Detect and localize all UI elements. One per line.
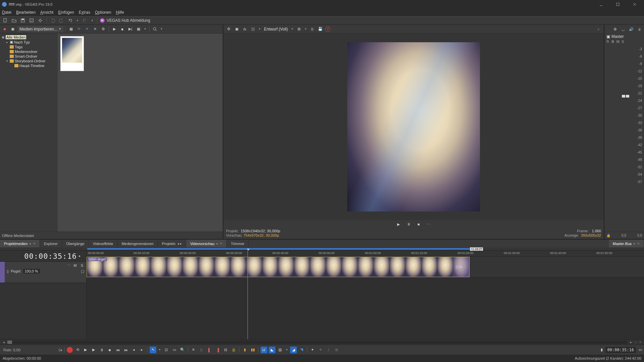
- hub-label[interactable]: VEGAS Hub Abmeldung: [107, 18, 150, 23]
- tree-all-media[interactable]: ▣Alle Medien: [1, 35, 57, 40]
- dropdown-icon[interactable]: ▼: [75, 19, 79, 22]
- quantize-icon[interactable]: ◣: [269, 347, 275, 353]
- tree-smart-folder[interactable]: Smart-Ordner: [1, 54, 57, 59]
- media-views-icon[interactable]: ▦: [135, 26, 142, 33]
- tab-master-bus[interactable]: Master-Bus ▫ ✕: [609, 240, 644, 247]
- tree-by-type[interactable]: ▸▣Nach Typ: [1, 40, 57, 45]
- tree-main-timeline[interactable]: Haupt-Timeline: [1, 63, 57, 68]
- auto-ripple-icon[interactable]: ▥: [277, 347, 283, 353]
- preview-grid-icon[interactable]: ⊞: [296, 26, 302, 33]
- upload-icon[interactable]: ⤴: [325, 347, 332, 353]
- tab-project-notes[interactable]: Projektn ◂ ▸: [158, 240, 186, 247]
- preview-menu-icon[interactable]: ≡: [595, 26, 602, 33]
- scroll-right-icon[interactable]: ▸: [629, 340, 633, 345]
- pause-icon[interactable]: ⏸: [98, 347, 105, 353]
- minimize-button[interactable]: [595, 1, 607, 8]
- play-icon[interactable]: ▶: [90, 347, 97, 353]
- menu-insert[interactable]: Einfügen: [58, 10, 74, 15]
- capture-icon[interactable]: ▣: [9, 26, 16, 33]
- record-button[interactable]: [67, 347, 73, 353]
- region-icon[interactable]: ▮▮: [250, 347, 256, 353]
- master-fx-icon[interactable]: fx: [606, 40, 609, 44]
- normal-edit-tool-icon[interactable]: ↖: [150, 347, 156, 353]
- preview-save-icon[interactable]: 💾: [317, 26, 324, 33]
- video-clip[interactable]: fallen angel ◫fx⋯: [87, 257, 470, 277]
- undo-icon[interactable]: [49, 17, 56, 24]
- playhead-flag-icon[interactable]: [247, 249, 250, 251]
- media-play-icon[interactable]: ▶: [111, 26, 118, 33]
- marker-icon[interactable]: ▮: [241, 347, 248, 353]
- color-grading-icon[interactable]: ✦: [309, 347, 316, 353]
- media-thumbnail[interactable]: [60, 36, 84, 71]
- master-mute-button[interactable]: M: [616, 40, 620, 44]
- preview-copy-icon[interactable]: ⎘: [309, 26, 316, 33]
- menu-edit[interactable]: Bearbeiten: [16, 10, 36, 15]
- prev-frame-icon[interactable]: ◂: [130, 347, 137, 353]
- play-start-icon[interactable]: ▶: [82, 347, 89, 353]
- selection-tool-icon[interactable]: ⊡: [163, 347, 170, 353]
- tree-storyboard[interactable]: ▾Storyboard-Ordner: [1, 59, 57, 63]
- redo-history-icon[interactable]: [82, 17, 88, 24]
- video-track-lane[interactable]: fallen angel ◫fx⋯: [87, 257, 644, 278]
- timeline-ruler[interactable]: 00:00:00:00 00:00:10:00 00:00:20:00 00:0…: [87, 251, 644, 257]
- menu-help[interactable]: Hilfe: [116, 10, 124, 15]
- zoom-in-icon[interactable]: +: [638, 340, 643, 345]
- master-dim-icon[interactable]: ◡: [620, 26, 627, 33]
- media-view-icon[interactable]: ▦: [68, 26, 74, 33]
- track-solo-button[interactable]: S: [80, 263, 84, 267]
- auto-crossfade-icon[interactable]: ◢: [290, 347, 297, 353]
- tab-project-media[interactable]: Projektmedien ▫ ✕: [0, 240, 40, 247]
- tab-trimmer[interactable]: Trimmer: [227, 240, 249, 247]
- snap-icon[interactable]: ⊔: [261, 347, 267, 353]
- menu-file[interactable]: Datei: [2, 10, 11, 15]
- tab-transitions[interactable]: Übergänge: [62, 240, 89, 247]
- tab-video-preview[interactable]: Videovorschau ▫ ✕: [186, 240, 227, 247]
- track-min-icon[interactable]: ▯: [7, 269, 9, 274]
- video-track-header[interactable]: ⋯ M S ▯ Pegel: ▢: [0, 261, 86, 283]
- media-stop-icon[interactable]: ■: [119, 26, 126, 33]
- stop-icon[interactable]: ■: [106, 347, 113, 353]
- preview-split-icon[interactable]: ◫: [250, 26, 256, 33]
- media-refresh-icon[interactable]: ⟳: [76, 26, 83, 33]
- hub-icon[interactable]: H: [100, 18, 105, 23]
- master-solo-button[interactable]: S: [622, 40, 624, 44]
- display-mode-icon[interactable]: ▭: [639, 348, 642, 352]
- copy-icon[interactable]: ⎘: [198, 347, 205, 353]
- media-properties-icon[interactable]: ⚙: [100, 26, 107, 33]
- track-more-icon[interactable]: ⋯: [67, 263, 70, 267]
- more-tools-icon[interactable]: ⊞: [333, 347, 340, 353]
- master-settings-icon[interactable]: ⚙: [612, 26, 619, 33]
- preview-external-icon[interactable]: ▣: [233, 26, 240, 33]
- tab-explorer[interactable]: Explorer: [40, 240, 62, 247]
- master-mixer-icon[interactable]: ⫼: [636, 26, 643, 33]
- preview-play-icon[interactable]: ▶: [395, 221, 402, 228]
- transport-timecode[interactable]: 00:00:35:16: [605, 347, 636, 353]
- preview-v-icon[interactable]: V: [325, 26, 330, 32]
- trim-end-icon[interactable]: ▐: [214, 347, 221, 353]
- redo-icon[interactable]: [58, 17, 65, 24]
- undo-history-icon[interactable]: [67, 17, 73, 24]
- new-project-icon[interactable]: [2, 17, 9, 24]
- track-max-icon[interactable]: ▢: [81, 269, 84, 274]
- loop-icon[interactable]: ⟲: [74, 347, 81, 353]
- zoom-tool-icon[interactable]: 🔍: [179, 347, 186, 353]
- tree-media-folders[interactable]: Medienordner: [1, 49, 57, 54]
- timeline-range-bar[interactable]: [87, 248, 470, 250]
- clip-fx-handle[interactable]: ◫fx⋯: [452, 257, 469, 277]
- go-start-icon[interactable]: ⏮: [114, 347, 121, 353]
- scroll-thumb[interactable]: [7, 341, 12, 344]
- media-autoplay-icon[interactable]: ▶|: [127, 26, 134, 33]
- split-icon[interactable]: ⊟: [222, 347, 229, 353]
- render-icon[interactable]: [28, 17, 35, 24]
- preview-more-icon[interactable]: ⋯: [425, 221, 432, 228]
- master-output-icon[interactable]: 🔊: [628, 26, 635, 33]
- scroll-left-icon[interactable]: ◂: [1, 340, 6, 345]
- open-project-icon[interactable]: [11, 17, 17, 24]
- preview-fx-icon[interactable]: fx: [241, 26, 248, 33]
- cut-icon[interactable]: ✕: [190, 347, 197, 353]
- timeline-timecode[interactable]: 00:00:35:16: [24, 252, 77, 260]
- media-home-icon[interactable]: ◆: [1, 26, 8, 33]
- menu-extras[interactable]: Extras: [79, 10, 90, 15]
- preview-stop-icon[interactable]: ■: [415, 221, 422, 228]
- save-project-icon[interactable]: [19, 17, 26, 24]
